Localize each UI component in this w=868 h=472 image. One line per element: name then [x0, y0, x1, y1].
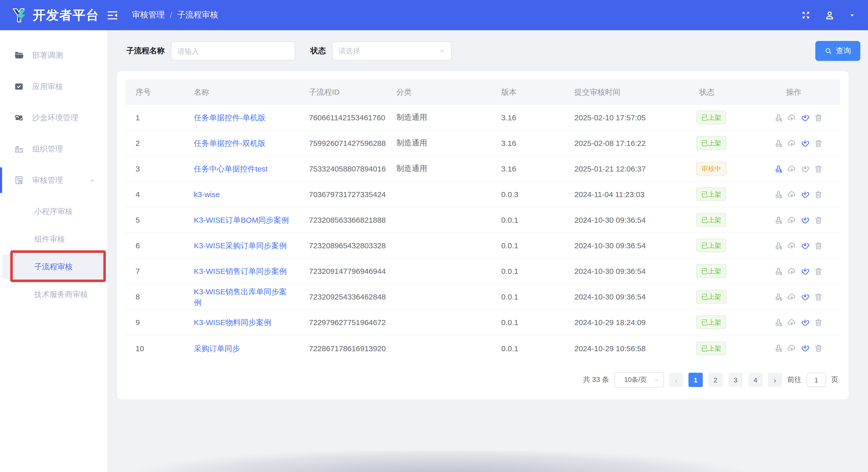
subprocess-name-link[interactable]: 采购订单同步: [194, 344, 240, 352]
subprocess-name-link[interactable]: K3-WISE订单BOM同步案例: [194, 215, 289, 224]
publish-cloud-icon[interactable]: [787, 318, 796, 327]
subprocess-name-link[interactable]: K3-WISE采购订单同步案例: [194, 241, 287, 250]
page-button-3[interactable]: 3: [728, 373, 743, 387]
subprocess-name-link[interactable]: 任务单据控件-双机版: [194, 139, 266, 147]
chevron-up-icon: [89, 176, 96, 184]
sidebar-item-audit-mgmt[interactable]: 审核管理: [0, 168, 107, 193]
status-badge: 审核中: [696, 162, 726, 176]
subprocess-id: 723208965432803328: [299, 241, 386, 250]
row-index: 1: [125, 113, 184, 122]
sidebar-subitem-component-audit[interactable]: 组件审核: [2, 227, 105, 252]
unpublish-cloud-icon[interactable]: [801, 318, 810, 327]
delete-trash-icon[interactable]: [814, 215, 823, 225]
status-badge: 已上架: [696, 111, 726, 124]
unpublish-cloud-icon[interactable]: [801, 215, 810, 225]
caret-down-icon[interactable]: [848, 11, 856, 19]
breadcrumb-section[interactable]: 审核管理: [132, 10, 165, 21]
page-button-4[interactable]: 4: [748, 373, 763, 387]
page-size-select[interactable]: 10条/页: [614, 372, 664, 387]
table-row: 7K3-WISE销售订单同步案例7232091477969469440.0.12…: [125, 259, 840, 284]
publish-cloud-icon[interactable]: [787, 190, 796, 199]
delete-trash-icon[interactable]: [814, 241, 823, 250]
sidebar-item-deploy-debug[interactable]: 部署调测: [0, 43, 107, 67]
revoke-audit-icon[interactable]: [774, 164, 783, 173]
subprocess-name-link[interactable]: K3-WISE物料同步案例: [194, 318, 271, 327]
unpublish-cloud-icon[interactable]: [801, 344, 810, 353]
submit-review-time: 2025-02-08 17:16:22: [564, 139, 689, 147]
delete-trash-icon[interactable]: [814, 292, 823, 301]
revoke-audit-icon[interactable]: [774, 241, 783, 250]
next-page-button[interactable]: ›: [768, 373, 782, 387]
sidebar-subitem-miniapp-audit[interactable]: 小程序审核: [2, 199, 105, 224]
sidebar-item-org-mgmt[interactable]: 组织管理: [0, 137, 107, 161]
row-index: 2: [125, 139, 184, 147]
publish-cloud-icon[interactable]: [787, 241, 796, 250]
revoke-audit-icon[interactable]: [774, 139, 783, 148]
delete-trash-icon[interactable]: [814, 318, 823, 327]
user-icon[interactable]: [824, 9, 835, 21]
revoke-audit-icon[interactable]: [774, 266, 783, 276]
revoke-audit-icon[interactable]: [774, 215, 783, 225]
subprocess-name-link[interactable]: K3-WISE销售出库单同步案例: [194, 287, 287, 306]
prev-page-button[interactable]: ‹: [669, 373, 683, 387]
publish-cloud-icon[interactable]: [787, 164, 796, 173]
publish-cloud-icon[interactable]: [787, 266, 796, 276]
delete-trash-icon[interactable]: [814, 266, 823, 276]
collapse-menu-icon[interactable]: [106, 9, 119, 21]
submit-review-time: 2024-10-30 09:36:54: [564, 267, 689, 275]
unpublish-cloud-icon[interactable]: [801, 139, 810, 148]
unpublish-cloud-icon[interactable]: [801, 113, 810, 122]
goto-page-input[interactable]: [807, 373, 826, 387]
publish-cloud-icon[interactable]: [787, 139, 796, 148]
revoke-audit-icon[interactable]: [774, 113, 783, 122]
status-select[interactable]: 请选择: [332, 41, 452, 60]
page-button-2[interactable]: 2: [708, 373, 723, 387]
publish-cloud-icon[interactable]: [787, 113, 796, 122]
submit-review-time: 2025-01-21 12:06:37: [564, 164, 689, 173]
breadcrumb-current[interactable]: 子流程审核: [177, 10, 218, 21]
publish-cloud-icon[interactable]: [787, 292, 796, 301]
delete-trash-icon[interactable]: [814, 113, 823, 122]
revoke-audit-icon[interactable]: [774, 344, 783, 353]
building-icon: [14, 144, 24, 154]
row-actions: [774, 241, 840, 250]
sidebar-menu: 部署调测应用审核沙盒环境管理组织管理审核管理小程序审核组件审核子流程审核技术服务…: [0, 30, 107, 307]
subprocess-name-label: 子流程名称: [126, 46, 165, 56]
subprocess-name-link[interactable]: k3-wise: [194, 190, 220, 199]
subprocess-name-link[interactable]: 任务中心单据控件test: [194, 164, 268, 173]
page-button-1[interactable]: 1: [688, 373, 703, 387]
unpublish-cloud-icon[interactable]: [801, 266, 810, 276]
unpublish-cloud-icon[interactable]: [801, 164, 810, 173]
publish-cloud-icon[interactable]: [787, 344, 796, 353]
sidebar-subitem-subprocess-audit[interactable]: 子流程审核: [2, 255, 105, 279]
delete-trash-icon[interactable]: [814, 139, 823, 148]
delete-trash-icon[interactable]: [814, 164, 823, 173]
unpublish-cloud-icon[interactable]: [801, 190, 810, 199]
table-row: 10采购订单同步7228671786169139200.0.12024-10-2…: [125, 335, 840, 361]
unpublish-cloud-icon[interactable]: [801, 241, 810, 250]
subprocess-name-link[interactable]: K3-WISE销售订单同步案例: [194, 267, 287, 275]
table-row: 2任务单据控件-双机版759926071427596288制造通用3.16202…: [125, 130, 840, 156]
fullscreen-icon[interactable]: [801, 10, 811, 20]
row-actions: [774, 215, 840, 225]
row-actions: [774, 164, 840, 173]
version: 0.0.1: [491, 318, 564, 327]
publish-cloud-icon[interactable]: [787, 215, 796, 225]
subprocess-name-input[interactable]: [171, 41, 295, 60]
unpublish-cloud-icon[interactable]: [801, 292, 810, 301]
delete-trash-icon[interactable]: [814, 190, 823, 199]
revoke-audit-icon[interactable]: [774, 292, 783, 301]
sidebar-subitem-tech-provider-audit[interactable]: 技术服务商审核: [2, 282, 105, 307]
sidebar-item-sandbox-env[interactable]: 沙盒环境管理: [0, 106, 107, 130]
revoke-audit-icon[interactable]: [774, 190, 783, 199]
column-header-id: 子流程ID: [299, 87, 386, 97]
column-header-name: 名称: [184, 87, 299, 97]
sidebar-item-app-audit[interactable]: 应用审核: [0, 74, 107, 99]
category: 制造通用: [386, 138, 491, 148]
submit-review-time: 2024-10-30 09:36:54: [564, 241, 689, 250]
subprocess-name-link[interactable]: 任务单据控件-单机版: [194, 113, 266, 122]
revoke-audit-icon[interactable]: [774, 318, 783, 327]
search-button[interactable]: 查询: [815, 41, 860, 61]
page-buttons: 1234: [688, 373, 763, 387]
delete-trash-icon[interactable]: [814, 344, 823, 353]
